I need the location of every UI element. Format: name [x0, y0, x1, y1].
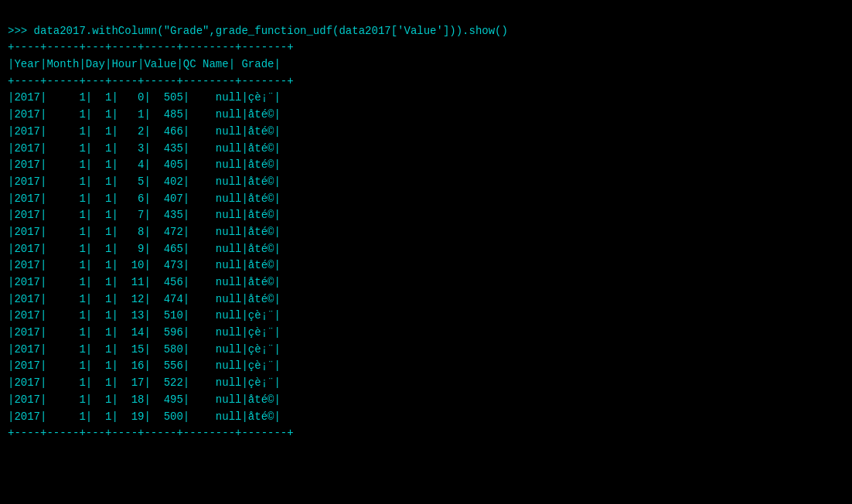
table-row: |2017| 1| 1| 9| 465| null|åté©| [8, 243, 281, 255]
table-row: |2017| 1| 1| 4| 405| null|åté©| [8, 158, 281, 171]
separator-bottom: +----+-----+---+----+-----+--------+----… [8, 427, 294, 439]
table-row: |2017| 1| 1| 16| 556| null|çè¡¨| [8, 359, 281, 372]
command-line: >>> data2017.withColumn("Grade",grade_fu… [8, 25, 508, 37]
table-row: |2017| 1| 1| 13| 510| null|çè¡¨| [8, 309, 281, 322]
table-row: |2017| 1| 1| 1| 485| null|åté©| [8, 108, 281, 121]
table-row: |2017| 1| 1| 7| 435| null|åté©| [8, 209, 281, 221]
table-header: |Year|Month|Day|Hour|Value|QC Name| Grad… [8, 58, 281, 70]
table-row: |2017| 1| 1| 2| 466| null|åté©| [8, 125, 281, 138]
table-row: |2017| 1| 1| 17| 522| null|çè¡¨| [8, 376, 281, 389]
table-row: |2017| 1| 1| 15| 580| null|çè¡¨| [8, 343, 281, 356]
table-row: |2017| 1| 1| 12| 474| null|åté©| [8, 293, 281, 305]
table-row: |2017| 1| 1| 3| 435| null|åté©| [8, 142, 281, 155]
table-row: |2017| 1| 1| 18| 495| null|åté©| [8, 393, 281, 406]
table-row: |2017| 1| 1| 6| 407| null|åté©| [8, 192, 281, 205]
table-row: |2017| 1| 1| 10| 473| null|åté©| [8, 259, 281, 271]
table-row: |2017| 1| 1| 0| 505| null|çè¡¨| [8, 91, 281, 104]
separator-header: +----+-----+---+----+-----+--------+----… [8, 75, 294, 87]
table-row: |2017| 1| 1| 11| 456| null|åté©| [8, 276, 281, 288]
table-row: |2017| 1| 1| 19| 500| null|åté©| [8, 410, 281, 423]
table-row: |2017| 1| 1| 5| 402| null|åté©| [8, 175, 281, 188]
table-row: |2017| 1| 1| 14| 596| null|çè¡¨| [8, 326, 281, 339]
separator-top: +----+-----+---+----+-----+--------+----… [8, 41, 294, 53]
table-row: |2017| 1| 1| 8| 472| null|åté©| [8, 226, 281, 238]
terminal-output: >>> data2017.withColumn("Grade",grade_fu… [8, 6, 844, 498]
